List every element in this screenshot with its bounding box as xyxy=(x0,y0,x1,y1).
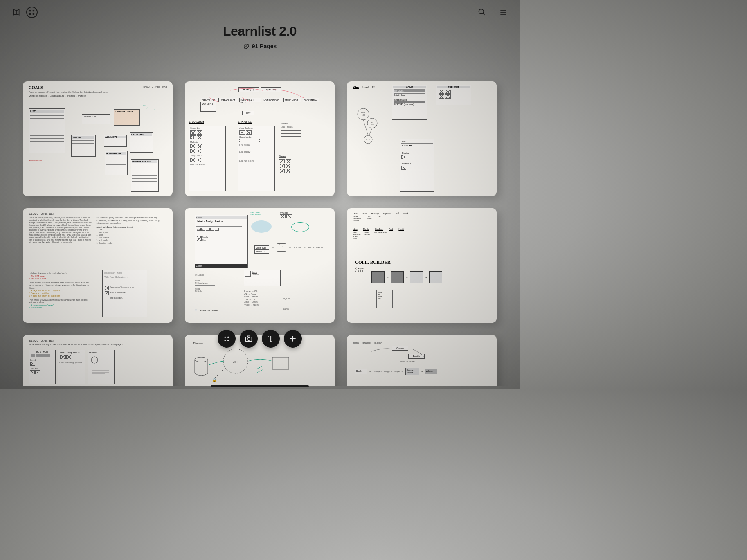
svg-rect-0 xyxy=(29,10,31,11)
svg-point-22 xyxy=(195,357,208,362)
svg-rect-1 xyxy=(33,10,34,11)
notebook-title: Learnlist 2.0 xyxy=(0,24,520,39)
svg-point-4 xyxy=(479,9,484,14)
menu-icon[interactable] xyxy=(498,7,508,17)
page-count: 91 Pages xyxy=(252,43,277,49)
page-thumbnail[interactable]: Mine Saved All HOME MY LISTS lists i fol… xyxy=(347,81,497,196)
svg-rect-25 xyxy=(272,357,289,369)
svg-point-21 xyxy=(91,357,98,363)
text-tool-button[interactable]: T xyxy=(262,330,280,348)
home-indicator[interactable] xyxy=(211,385,309,387)
svg-text:A List: A List xyxy=(366,139,371,141)
svg-text:Lists: Lists xyxy=(371,124,374,126)
grid-view-icon[interactable] xyxy=(26,7,38,18)
svg-point-29 xyxy=(224,340,226,341)
svg-text:100: 100 xyxy=(362,114,365,116)
svg-point-27 xyxy=(224,336,226,338)
svg-rect-2 xyxy=(29,13,31,15)
add-tool-button[interactable] xyxy=(284,330,302,348)
svg-rect-3 xyxy=(33,13,34,15)
svg-line-18 xyxy=(369,128,372,135)
camera-tool-button[interactable] xyxy=(240,330,258,348)
search-icon[interactable] xyxy=(477,7,487,17)
page-thumbnail[interactable]: Create Interior Design Basics WIKI ▶ Med… xyxy=(185,208,335,323)
svg-point-30 xyxy=(227,340,229,341)
svg-text:API: API xyxy=(233,360,239,364)
svg-text:🔒: 🔒 xyxy=(212,378,217,383)
page-thumbnail[interactable]: 3/12/20 - Ubud, Bali What could the 'My … xyxy=(23,335,173,386)
svg-point-32 xyxy=(248,338,250,341)
pages-icon xyxy=(243,43,250,49)
page-thumbnail[interactable]: Blank → change → publish Change Publish … xyxy=(347,335,497,386)
svg-line-5 xyxy=(483,13,485,15)
page-thumbnail[interactable]: Lists Saves History Explore Prof Notif D… xyxy=(347,208,497,323)
svg-point-28 xyxy=(227,336,229,338)
page-thumbnail[interactable]: GOALS 3/9/20 - Ubud, Bali Focus on curat… xyxy=(23,81,173,196)
dots-tool-button[interactable] xyxy=(218,330,236,348)
page-thumbnail[interactable]: 3/10/20 - Ubud, Bali I felt a bit drawn … xyxy=(23,208,173,323)
book-view-icon[interactable] xyxy=(11,7,21,17)
page-thumbnail[interactable]: HOME (LO) HOME (LI) CREATE LIST CREATE A… xyxy=(185,81,335,196)
